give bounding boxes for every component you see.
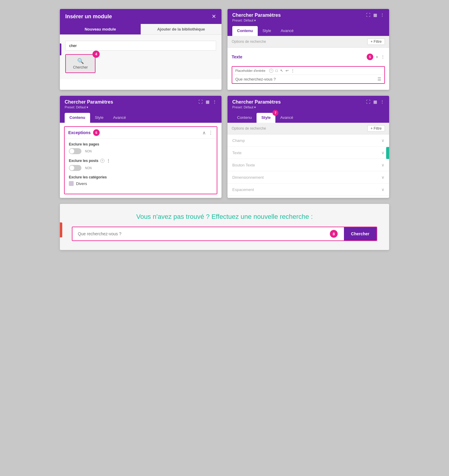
chevron-up-icon[interactable]: ∧ <box>376 55 378 59</box>
more-posts-icon[interactable]: ⋮ <box>106 158 110 163</box>
align-icon[interactable]: ☰ <box>377 77 381 81</box>
tab-style-bl[interactable]: Style <box>90 113 108 123</box>
chercher-button[interactable]: 🔍 Chercher <box>65 54 95 73</box>
panel-tabs-br: Contenu Style 7 Avancé <box>227 113 389 123</box>
bottom-search-button[interactable]: Chercher <box>344 227 377 240</box>
panel-header-top: Chercher Paramètres Preset: Défaut ▾ ⛶ ▦… <box>232 13 384 22</box>
device-icon[interactable]: □ <box>276 69 278 73</box>
chercher-panel-bottom-left: Chercher Paramètres Preset: Défaut ▾ ⛶ ▦… <box>60 96 222 198</box>
tab-style-tr[interactable]: Style <box>258 26 276 36</box>
placeholder-value: Que recherchez-vous ? <box>235 77 276 81</box>
panel-content-br: Options de recherche + Filtre Champ ∨ Te… <box>227 123 389 196</box>
exclure-categories-field: Exclure les catégories Divers <box>69 175 213 186</box>
panel-header-br: Chercher Paramètres Preset: Défaut ▾ ⛶ ▦… <box>227 96 389 113</box>
placeholder-label: Placeholder d'entrée <box>235 69 266 72</box>
exclure-pages-field: Exclure les pages NON <box>69 142 213 154</box>
panel-title: Chercher Paramètres <box>232 13 281 18</box>
more-exc[interactable]: ⋮ <box>208 130 213 136</box>
toggle-posts[interactable] <box>69 165 81 171</box>
filtre-btn-br[interactable]: + Filtre <box>367 125 385 132</box>
panel-title-group: Chercher Paramètres Preset: Défaut ▾ <box>232 13 281 22</box>
chevron-texte: ∨ <box>381 150 384 155</box>
badge-4: 4 <box>92 51 100 58</box>
section-more-icon[interactable]: ⋮ <box>381 54 385 59</box>
chevron-up-exc[interactable]: ∧ <box>202 130 206 136</box>
style-item-champ-label: Champ <box>232 138 245 143</box>
exceptions-section: Exceptions 6 ∧ ⋮ Exclure les pages <box>64 126 217 194</box>
module-search-input[interactable] <box>65 41 216 51</box>
tab-bibliotheque[interactable]: Ajouter de la bibliothèque <box>141 24 222 34</box>
tab-style-br[interactable]: Style 7 <box>257 113 275 123</box>
panel-header-icons: ⛶ ▦ ⋮ <box>366 13 384 17</box>
toggle-posts-wrapper: NON <box>69 165 213 171</box>
search-icon: 🔍 <box>77 58 84 64</box>
chercher-panel-top-right: Chercher Paramètres Preset: Défaut ▾ ⛶ ▦… <box>227 9 389 90</box>
style-item-espacement[interactable]: Espacement ∨ <box>227 184 389 196</box>
bottom-search-input[interactable] <box>72 227 344 240</box>
insert-module-panel: Insérer un module ✕ Nouveau module Ajout… <box>60 9 222 90</box>
panel-content-bl: Exceptions 6 ∧ ⋮ Exclure les pages <box>60 126 222 194</box>
bottom-search-section: Vous n'avez pas trouvé ? Effectuez une n… <box>60 204 389 250</box>
panel-title-group-br: Chercher Paramètres Preset: Défaut ▾ <box>232 99 281 109</box>
insert-panel-title: Insérer un module <box>65 13 112 20</box>
options-bar-br: Options de recherche + Filtre <box>227 123 389 134</box>
help-posts-icon[interactable]: ? <box>100 159 104 163</box>
style-item-texte[interactable]: Texte ∨ <box>227 147 389 159</box>
badge-8: 8 <box>330 230 338 238</box>
tab-avance-bl[interactable]: Avancé <box>108 113 131 123</box>
exclure-pages-label: Exclure les pages <box>69 142 213 146</box>
panel-content-top-right: Options de recherche + Filtre Texte 5 ∧ … <box>227 36 389 90</box>
panel-preset-bl: Preset: Défaut ▾ <box>65 105 113 109</box>
exclure-posts-field: Exclure les posts ? ⋮ NON <box>69 158 213 171</box>
toggle-pages[interactable] <box>69 148 81 154</box>
resize-icon-bl[interactable]: ⛶ <box>198 99 203 104</box>
panel-title-group-bl: Chercher Paramètres Preset: Défaut ▾ <box>65 99 113 109</box>
insert-body: 🔍 Chercher 4 <box>60 35 222 79</box>
tab-avance-br[interactable]: Avancé <box>275 113 298 123</box>
style-item-champ[interactable]: Champ ∨ <box>227 134 389 147</box>
style-item-bouton[interactable]: Bouton Texte ∨ <box>227 159 389 171</box>
chevron-esp: ∨ <box>381 187 384 192</box>
exceptions-body: Exclure les pages NON Exclure les posts … <box>65 139 217 194</box>
reset-icon[interactable]: ↩ <box>286 69 289 73</box>
tab-contenu-br[interactable]: Contenu <box>232 113 257 123</box>
toggle-pages-wrapper: NON <box>69 148 213 154</box>
resize-icon-br[interactable]: ⛶ <box>366 99 370 104</box>
style-item-esp-label: Espacement <box>232 187 254 192</box>
left-accent <box>60 43 61 55</box>
grid-icon[interactable]: ▦ <box>373 13 377 17</box>
tab-contenu-bl[interactable]: Contenu <box>65 113 90 123</box>
resize-icon[interactable]: ⛶ <box>366 13 370 17</box>
color-swatch <box>69 181 74 186</box>
panel-title-bl: Chercher Paramètres <box>65 99 113 105</box>
red-accent <box>60 222 62 237</box>
more-icon-br[interactable]: ⋮ <box>380 99 384 104</box>
more-icon-bl[interactable]: ⋮ <box>213 99 217 104</box>
placeholder-toolbar: Placeholder d'entrée ? □ ↖ ↩ ⋮ <box>232 67 384 75</box>
badge-6: 6 <box>93 129 100 136</box>
divers-label: Divers <box>76 181 87 186</box>
filtre-btn-tr[interactable]: + Filtre <box>367 38 385 45</box>
tab-contenu-tr[interactable]: Contenu <box>232 26 258 36</box>
style-item-dim-label: Dimensionnement <box>232 175 264 180</box>
grid-icon-bl[interactable]: ▦ <box>206 99 210 104</box>
grid-icon-br[interactable]: ▦ <box>373 99 377 104</box>
chevron-bouton: ∨ <box>381 163 384 167</box>
insert-panel-header: Insérer un module ✕ <box>60 9 222 24</box>
style-item-dimensionnement[interactable]: Dimensionnement ∨ <box>227 171 389 184</box>
cursor-icon[interactable]: ↖ <box>280 69 283 73</box>
tab-avance-tr[interactable]: Avancé <box>276 26 298 36</box>
panel-header-top-bl: Chercher Paramètres Preset: Défaut ▾ ⛶ ▦… <box>65 99 217 109</box>
close-icon[interactable]: ✕ <box>212 13 216 20</box>
options-label-br: Options de recherche <box>232 126 266 131</box>
exclure-posts-label: Exclure les posts ? ⋮ <box>69 158 213 163</box>
texte-section-header: Texte 5 ∧ ⋮ <box>227 51 389 63</box>
more-icon[interactable]: ⋮ <box>380 13 384 17</box>
panel-header-icons-br: ⛶ ▦ ⋮ <box>366 99 384 104</box>
panel-preset-br: Preset: Défaut ▾ <box>232 105 281 109</box>
bottom-search-wrapper: 8 Chercher <box>72 227 377 241</box>
tab-nouveau-module[interactable]: Nouveau module <box>60 24 141 34</box>
help-icon[interactable]: ? <box>269 69 273 73</box>
toolbar-more-icon[interactable]: ⋮ <box>291 69 295 73</box>
placeholder-section: Placeholder d'entrée ? □ ↖ ↩ ⋮ Que reche… <box>232 66 385 84</box>
